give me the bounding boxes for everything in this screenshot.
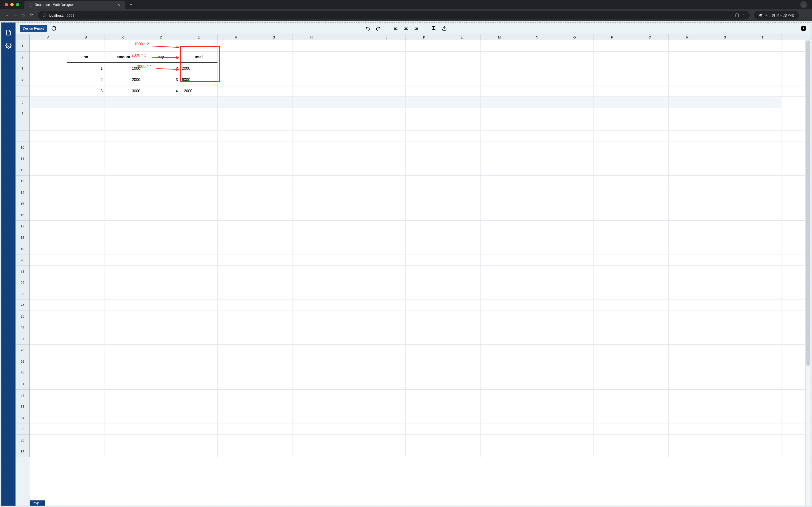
cell[interactable] <box>706 424 744 435</box>
cell[interactable] <box>594 63 631 74</box>
cell[interactable] <box>706 266 744 277</box>
cell[interactable] <box>217 119 255 130</box>
cell[interactable] <box>556 367 594 378</box>
cell[interactable] <box>669 424 706 435</box>
cell[interactable] <box>594 345 631 355</box>
cell[interactable] <box>744 277 781 288</box>
cell[interactable] <box>217 63 255 74</box>
cell[interactable] <box>631 446 669 457</box>
close-icon[interactable] <box>5 3 8 6</box>
cell[interactable] <box>67 153 105 164</box>
cell[interactable] <box>556 299 594 311</box>
row-header[interactable]: 18 <box>15 232 30 243</box>
row-header[interactable]: 2 <box>15 52 30 63</box>
cell[interactable] <box>669 232 706 243</box>
cell[interactable] <box>744 412 781 423</box>
cell[interactable] <box>556 176 594 186</box>
cell[interactable] <box>217 209 255 220</box>
cell[interactable] <box>443 446 481 457</box>
cell[interactable] <box>368 153 406 164</box>
cell[interactable] <box>406 401 443 412</box>
cell[interactable] <box>744 86 781 97</box>
cell[interactable] <box>669 255 706 266</box>
cell[interactable] <box>481 74 518 85</box>
cell[interactable] <box>594 311 631 322</box>
cell[interactable] <box>368 345 406 355</box>
cell[interactable] <box>180 40 217 51</box>
cell[interactable] <box>669 311 706 322</box>
cell[interactable] <box>744 119 781 130</box>
cell[interactable] <box>105 390 142 401</box>
cell[interactable] <box>518 130 556 142</box>
cell[interactable] <box>67 333 105 344</box>
row-header[interactable]: 32 <box>15 390 30 401</box>
reload-icon[interactable]: ⟳ <box>21 13 25 18</box>
cell[interactable] <box>142 311 180 322</box>
cell[interactable] <box>631 333 669 344</box>
cell[interactable] <box>594 412 631 423</box>
cell[interactable] <box>556 356 594 367</box>
cell[interactable] <box>669 74 706 85</box>
cell[interactable] <box>406 288 443 299</box>
cell[interactable] <box>406 74 443 85</box>
cell[interactable] <box>556 333 594 344</box>
cell[interactable] <box>255 424 293 435</box>
cell[interactable] <box>67 401 105 412</box>
cell[interactable] <box>631 187 669 198</box>
cell[interactable] <box>481 277 518 288</box>
cell[interactable]: 2000 <box>105 74 142 85</box>
cell[interactable] <box>518 97 556 108</box>
cell[interactable] <box>631 255 669 266</box>
cell[interactable] <box>556 74 594 85</box>
cell[interactable] <box>706 401 744 412</box>
cell[interactable] <box>443 435 481 446</box>
cell[interactable] <box>406 255 443 266</box>
cell[interactable] <box>406 435 443 446</box>
cell[interactable] <box>631 378 669 389</box>
cell[interactable] <box>331 390 368 401</box>
cell[interactable] <box>368 74 406 85</box>
cell[interactable] <box>406 322 443 333</box>
cell[interactable] <box>105 345 142 355</box>
cell[interactable] <box>217 322 255 333</box>
cell[interactable] <box>331 142 368 153</box>
cell[interactable] <box>368 142 406 153</box>
cell[interactable] <box>406 119 443 130</box>
cell[interactable] <box>30 187 67 198</box>
cell[interactable] <box>331 209 368 220</box>
cell[interactable] <box>331 187 368 198</box>
cell[interactable] <box>217 356 255 367</box>
cell[interactable] <box>631 356 669 367</box>
cell[interactable] <box>368 130 406 142</box>
cell[interactable] <box>368 266 406 277</box>
cell[interactable] <box>406 209 443 220</box>
cell[interactable] <box>406 97 443 108</box>
cell[interactable] <box>331 255 368 266</box>
cell[interactable] <box>631 108 669 119</box>
col-header[interactable]: K <box>406 34 443 40</box>
cell[interactable] <box>669 187 706 198</box>
cell[interactable] <box>556 40 594 51</box>
cell[interactable] <box>594 435 631 446</box>
cell[interactable] <box>631 367 669 378</box>
cell[interactable] <box>631 153 669 164</box>
cell[interactable] <box>30 243 67 254</box>
cell[interactable] <box>631 277 669 288</box>
cell[interactable] <box>293 119 331 130</box>
cell[interactable] <box>67 164 105 175</box>
cell[interactable] <box>518 356 556 367</box>
cell[interactable] <box>180 266 217 277</box>
cell[interactable] <box>293 277 331 288</box>
cell[interactable] <box>67 356 105 367</box>
cell[interactable] <box>594 266 631 277</box>
cell[interactable] <box>556 424 594 435</box>
cell[interactable] <box>217 288 255 299</box>
cell[interactable] <box>518 221 556 232</box>
cell[interactable] <box>293 187 331 198</box>
design-report-button[interactable]: Design Report <box>20 25 47 32</box>
cell[interactable] <box>744 52 781 63</box>
cell[interactable] <box>30 345 67 355</box>
cell[interactable] <box>30 255 67 266</box>
row-header[interactable]: 35 <box>15 424 30 435</box>
cell[interactable] <box>406 176 443 186</box>
